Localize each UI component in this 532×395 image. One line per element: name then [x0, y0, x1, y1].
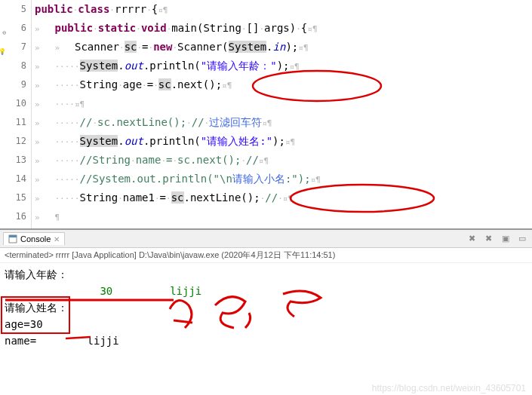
code-line[interactable]: » » Scanner·sc·=·new·Scanner(System.in);…: [35, 38, 532, 57]
display-icon[interactable]: ▭: [518, 234, 529, 244]
line-number: 14: [0, 170, 26, 188]
remove-all-icon[interactable]: ✖: [469, 234, 479, 244]
line-number: 9: [0, 75, 26, 94]
svg-rect-1: [9, 235, 17, 237]
console-toolbar: ✖ ✖ ▣ ▭: [469, 234, 529, 244]
console-line: 请输入姓名：: [5, 299, 527, 316]
line-number: 16: [0, 207, 26, 226]
console-line: 30 lijji: [5, 283, 527, 299]
code-line[interactable]: » ·····System.out.println("请输入年龄：");¤¶: [35, 57, 532, 75]
line-number-gutter: 56⊖7💡8910111213141516: [0, 0, 32, 228]
pin-icon[interactable]: ▣: [502, 234, 512, 244]
code-editor[interactable]: 56⊖7💡8910111213141516 public·class·rrrrr…: [0, 0, 532, 230]
console-status: <terminated> rrrrr [Java Application] D:…: [0, 248, 532, 263]
line-number: 13: [0, 151, 26, 170]
console-output[interactable]: 请输入年龄： 30 lijji请输入姓名：age=30name= lijji: [0, 263, 532, 352]
code-area[interactable]: public·class·rrrrr·{¤¶» public·static·vo…: [32, 0, 532, 228]
code-line[interactable]: » ·····//System.out.println("\n请输入小名:");…: [35, 170, 532, 188]
code-line[interactable]: » ·····//String·name·=·sc.next();·//¤¶: [35, 151, 532, 170]
close-icon[interactable]: ✕: [54, 235, 60, 243]
code-line[interactable]: » ·····System.out.println("请输入姓名:");¤¶: [35, 132, 532, 151]
console-icon: [8, 234, 17, 243]
gutter-marker-icon: 💡: [0, 42, 6, 50]
console-tab-bar: Console ✕ ✖ ✖ ▣ ▭: [0, 230, 532, 248]
line-number: 8: [0, 57, 26, 75]
code-line[interactable]: » public·static·void·main(String·[]·args…: [35, 19, 532, 38]
code-line[interactable]: » ¶: [35, 207, 532, 226]
line-number: 7💡: [0, 38, 26, 57]
line-number: 10: [0, 94, 26, 113]
remove-icon[interactable]: ✖: [485, 234, 496, 244]
line-number: 6⊖: [0, 19, 26, 38]
line-number: 15: [0, 188, 26, 207]
code-line[interactable]: » ····¤¶: [35, 94, 532, 113]
console-line: age=30: [5, 316, 527, 332]
line-number: 5: [0, 0, 26, 19]
gutter-marker-icon: ⊖: [0, 23, 6, 31]
console-tab-label: Console: [20, 234, 51, 243]
code-line[interactable]: public·class·rrrrr·{¤¶: [35, 0, 532, 19]
console-line: name= lijji: [5, 332, 527, 349]
console-line: 请输入年龄：: [5, 266, 527, 283]
watermark: https://blog.csdn.net/weixin_43605701: [372, 383, 526, 393]
line-number: 12: [0, 132, 26, 151]
console-pane: Console ✕ ✖ ✖ ▣ ▭ <terminated> rrrrr [Ja…: [0, 230, 532, 395]
line-number: 11: [0, 113, 26, 132]
console-tab[interactable]: Console ✕: [3, 232, 65, 245]
code-line[interactable]: » ·····String·name1·=·sc.nextLine();·//·…: [35, 188, 532, 207]
code-line[interactable]: » ·····String·age·=·sc.next();¤¶: [35, 75, 532, 94]
code-line[interactable]: » ·····//·sc.nextLine();·//·过滤回车符¤¶: [35, 113, 532, 132]
